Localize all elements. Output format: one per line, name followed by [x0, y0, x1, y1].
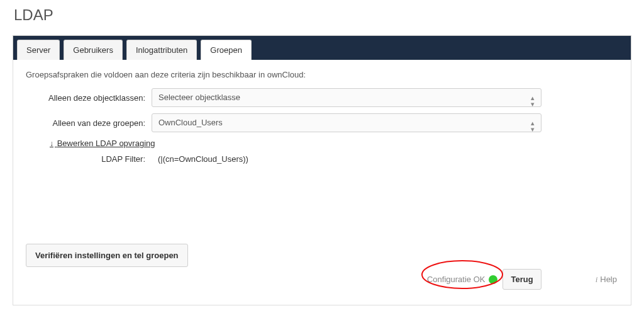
status-text: Configuratie OK — [427, 275, 486, 284]
ldap-filter-value: (|(cn=OwnCloud_Users)) — [152, 154, 248, 164]
object-classes-label: Alleen deze objectklassen: — [26, 93, 152, 103]
field-object-classes: Alleen deze objectklassen: Selecteer obj… — [26, 88, 618, 107]
tab-groepen[interactable]: Groepen — [201, 40, 252, 60]
intro-text: Groepsafspraken die voldoen aan deze cri… — [26, 70, 618, 79]
sort-icon: ▴▾ — [531, 93, 535, 105]
object-classes-select[interactable]: Selecteer objectklasse ▴▾ — [152, 88, 541, 107]
help-link[interactable]: i Help — [596, 275, 617, 285]
arrow-down-icon: ↓ — [50, 139, 53, 148]
page-title: LDAP — [14, 6, 631, 24]
help-label: Help — [600, 275, 617, 284]
object-classes-value: Selecteer objectklasse — [158, 93, 240, 102]
tab-content: Groepsafspraken die voldoen aan deze cri… — [13, 60, 631, 305]
status-ok-icon — [489, 275, 497, 284]
tabs-bar: Server Gebruikers Inlogattributen Groepe… — [13, 35, 631, 60]
tab-server[interactable]: Server — [17, 40, 60, 60]
field-groups: Alleen van deze groepen: OwnCloud_Users … — [26, 113, 618, 132]
verify-button[interactable]: Verifiëren instellingen en tel groepen — [26, 244, 188, 267]
tab-inlogattributen[interactable]: Inlogattributen — [126, 40, 197, 60]
groups-select[interactable]: OwnCloud_Users ▴▾ — [152, 113, 541, 132]
groups-value: OwnCloud_Users — [158, 118, 223, 127]
ldap-filter-row: LDAP Filter: (|(cn=OwnCloud_Users)) — [26, 154, 618, 164]
status-badge: Configuratie OK — [427, 275, 498, 284]
edit-ldap-query-link[interactable]: ↓ Bewerken LDAP opvraging — [50, 139, 155, 148]
sort-icon: ▴▾ — [531, 118, 535, 130]
groups-label: Alleen van deze groepen: — [26, 118, 152, 128]
edit-link-label: Bewerken LDAP opvraging — [57, 139, 155, 148]
footer-controls: Configuratie OK Terug i Help — [427, 269, 617, 290]
info-icon: i — [596, 275, 598, 285]
back-button[interactable]: Terug — [502, 269, 541, 290]
ldap-filter-label: LDAP Filter: — [26, 154, 152, 164]
tab-gebruikers[interactable]: Gebruikers — [64, 40, 123, 60]
